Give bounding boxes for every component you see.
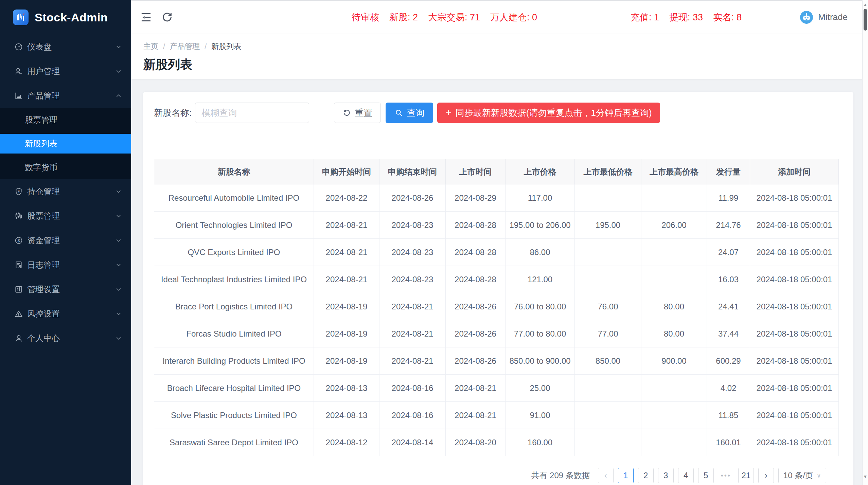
pagination-ellipsis[interactable]: ••• [718, 468, 734, 483]
breadcrumb-item[interactable]: 产品管理 [170, 41, 200, 52]
sidebar-item-product-mgmt[interactable]: 产品管理 [0, 84, 131, 108]
table-cell: 25.00 [506, 375, 575, 402]
chevron-up-icon [115, 92, 122, 100]
sidebar-item-position-mgmt[interactable]: ¥ 持仓管理 [0, 179, 131, 204]
app-logo-icon [13, 10, 29, 25]
table-cell: 2024-08-23 [379, 239, 446, 266]
stat-实名: 实名: 8 [713, 11, 742, 23]
table-cell: 2024-08-20 [446, 429, 506, 456]
user-name: Mitrade [818, 12, 848, 22]
sidebar-item-funds-mgmt[interactable]: $ 资金管理 [0, 228, 131, 253]
warning-icon [14, 309, 23, 318]
sidebar-subitem-ipo-list[interactable]: 新股列表 [0, 134, 131, 154]
table-row: Solve Plastic Products Limited IPO2024-0… [154, 402, 839, 429]
sidebar-item-dashboard[interactable]: 仪表盘 [0, 35, 131, 59]
column-header: 上市价格 [506, 159, 575, 184]
table-cell: 2024-08-21 [314, 266, 379, 293]
pagination-page-1[interactable]: 1 [618, 468, 634, 483]
sidebar-item-stocks-mgmt[interactable]: 股票管理 [0, 204, 131, 228]
breadcrumb-item[interactable]: 主页 [143, 41, 158, 52]
plus-icon: + [445, 107, 451, 119]
table-cell: 16.03 [707, 266, 750, 293]
dollar-circle-icon: $ [14, 236, 23, 245]
sidebar-item-log-mgmt[interactable]: 日志管理 [0, 253, 131, 277]
reset-icon [342, 108, 351, 117]
table-cell: 2024-08-18 05:00:01 [750, 375, 839, 402]
table-cell: 2024-08-18 05:00:01 [750, 429, 839, 456]
table-cell: 77.00 [575, 320, 641, 347]
table-cell: 86.00 [506, 239, 575, 266]
reset-button[interactable]: 重置 [334, 103, 381, 123]
table-cell: 2024-08-21 [379, 347, 446, 375]
table-cell: Broach Lifecare Hospital Limited IPO [154, 375, 314, 402]
table-cell: 2024-08-21 [314, 212, 379, 239]
pagination-page-2[interactable]: 2 [638, 468, 654, 483]
sidebar-subitem-stock-mgmt[interactable]: 股票管理 [0, 108, 131, 132]
table-row: QVC Exports Limited IPO2024-08-212024-08… [154, 239, 839, 266]
log-doc-icon [14, 261, 23, 269]
column-header: 添加时间 [750, 159, 839, 184]
column-header: 上市时间 [446, 159, 506, 184]
ipo-table: 新股名称申购开始时间申购结束时间上市时间上市价格上市最低价格上市最高价格发行量添… [154, 159, 839, 456]
table-cell [575, 402, 641, 429]
column-header: 申购开始时间 [314, 159, 379, 184]
table-cell: 2024-08-18 05:00:01 [750, 293, 839, 320]
pagination-prev-button[interactable]: ‹ [598, 468, 614, 483]
table-cell: 2024-08-18 05:00:01 [750, 402, 839, 429]
chevron-down-icon [115, 43, 122, 51]
scroll-down-icon[interactable]: ▼ [863, 474, 868, 479]
svg-text:$: $ [18, 238, 20, 243]
pagination-next-button[interactable]: › [758, 468, 774, 483]
scroll-up-icon[interactable]: ▲ [863, 2, 868, 7]
table-row: Broach Lifecare Hospital Limited IPO2024… [154, 375, 839, 402]
table-cell: 2024-08-13 [314, 402, 379, 429]
sidebar-subitem-crypto[interactable]: 数字货币 [0, 156, 131, 179]
refresh-icon[interactable] [161, 11, 173, 23]
pagination-page-5[interactable]: 5 [698, 468, 714, 483]
pagination-page-4[interactable]: 4 [678, 468, 694, 483]
stat-万人建仓: 万人建仓: 0 [490, 11, 537, 23]
query-button[interactable]: 查询 [386, 103, 433, 123]
sync-ipo-button[interactable]: + 同步最新新股数据(请勿重复点击，1分钟后再查询) [437, 103, 660, 123]
table-cell [641, 402, 707, 429]
breadcrumb-separator: / [163, 42, 165, 51]
person-icon [14, 334, 23, 343]
menu-fold-icon[interactable] [140, 11, 152, 23]
gauge-icon [14, 42, 23, 51]
scrollbar-thumb[interactable] [864, 9, 867, 31]
table-cell: 2024-08-26 [446, 347, 506, 375]
stat-新股: 新股: 2 [389, 11, 418, 23]
chevron-down-icon [115, 310, 122, 318]
table-cell: 2024-08-28 [446, 212, 506, 239]
table-cell: Resourceful Automobile Limited IPO [154, 184, 314, 212]
table-cell: 2024-08-28 [446, 266, 506, 293]
table-cell: 2024-08-23 [379, 266, 446, 293]
column-header: 发行量 [707, 159, 750, 184]
table-row: Forcas Studio Limited IPO2024-08-192024-… [154, 320, 839, 347]
pagination-page-21[interactable]: 21 [738, 468, 754, 483]
page-size-select[interactable]: 10 条/页 ∨ [778, 468, 826, 483]
sidebar-item-user-mgmt[interactable]: 用户管理 [0, 59, 131, 84]
search-icon [394, 108, 403, 117]
table-cell: 2024-08-21 [379, 293, 446, 320]
table-cell: 11.85 [707, 402, 750, 429]
pagination-page-3[interactable]: 3 [658, 468, 674, 483]
sidebar-menu: 仪表盘 用户管理 产品管理 股票管理新股列表数字货币 ¥ 持仓管理 股票管理 $… [0, 35, 131, 351]
chevron-down-icon [115, 68, 122, 75]
sidebar-item-admin-settings[interactable]: 管理设置 [0, 277, 131, 302]
user-menu[interactable]: Mitrade [800, 11, 848, 24]
pagination-pages: 12345•••21 [614, 468, 754, 483]
table-cell: 76.00 [575, 293, 641, 320]
table-cell: 214.76 [707, 212, 750, 239]
sidebar-item-risk-settings[interactable]: 风控设置 [0, 302, 131, 326]
table-cell: 2024-08-18 05:00:01 [750, 212, 839, 239]
table-cell: 37.44 [707, 320, 750, 347]
breadcrumb-separator: / [205, 42, 207, 51]
chevron-down-icon [115, 261, 122, 269]
search-input[interactable] [195, 103, 309, 123]
table-cell: 121.00 [506, 266, 575, 293]
table-cell: 600.29 [707, 347, 750, 375]
vertical-scrollbar[interactable]: ▲ ▼ [862, 0, 868, 485]
sidebar-item-profile[interactable]: 个人中心 [0, 326, 131, 351]
table-cell [641, 375, 707, 402]
